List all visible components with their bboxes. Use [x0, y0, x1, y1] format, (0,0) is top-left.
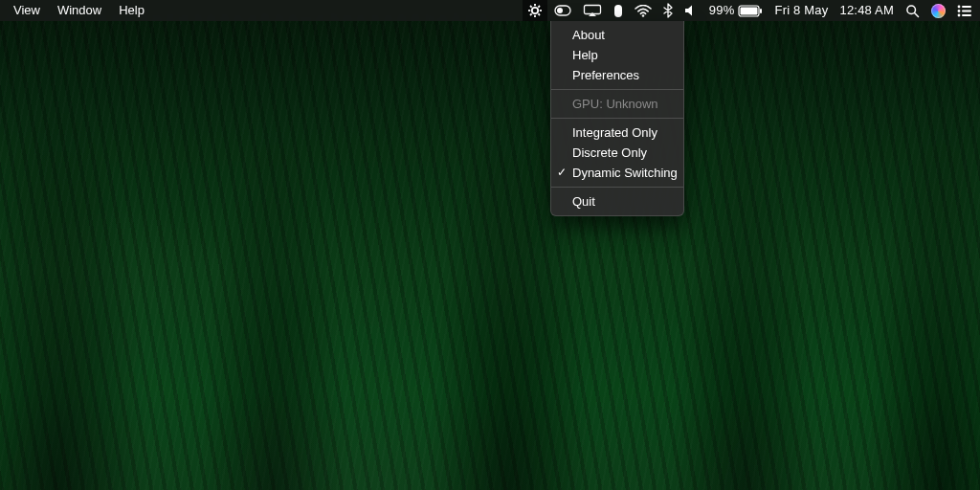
menu-extra-app[interactable] [554, 0, 571, 21]
svg-rect-18 [760, 9, 762, 13]
gear-icon [527, 3, 543, 18]
menu-bar: View Window Help [0, 0, 980, 21]
menu-bar-left: View Window Help [13, 0, 145, 21]
gfxcard-dropdown: About Help Preferences GPU: Unknown Inte… [550, 21, 684, 216]
svg-rect-13 [614, 5, 622, 17]
menu-extra-spotlight[interactable] [905, 0, 920, 21]
wifi-icon [635, 5, 652, 17]
menu-window[interactable]: Window [57, 0, 101, 21]
svg-line-5 [530, 6, 532, 8]
dropdown-separator [551, 187, 683, 188]
volume-icon [684, 4, 698, 17]
dropdown-item-discrete-only[interactable]: Discrete Only [551, 143, 683, 163]
search-icon [905, 4, 920, 18]
svg-line-6 [538, 13, 540, 15]
mouse-icon [613, 4, 623, 18]
svg-rect-22 [962, 6, 971, 8]
menu-extra-display[interactable] [583, 0, 602, 21]
dropdown-item-quit[interactable]: Quit [551, 191, 683, 212]
menu-view[interactable]: View [13, 0, 40, 21]
dropdown-item-preferences[interactable]: Preferences [551, 65, 683, 85]
dropdown-separator [551, 118, 683, 119]
battery-icon [738, 5, 763, 17]
app-pill-icon [554, 4, 571, 17]
airplay-icon [583, 4, 602, 17]
dropdown-item-help[interactable]: Help [551, 45, 683, 65]
bluetooth-icon [663, 3, 673, 18]
svg-rect-26 [962, 14, 971, 16]
svg-point-10 [557, 8, 563, 13]
menu-extra-siri[interactable] [931, 0, 946, 21]
svg-point-21 [958, 5, 961, 8]
svg-marker-15 [685, 6, 692, 16]
dropdown-item-about[interactable]: About [551, 25, 683, 45]
svg-line-7 [538, 6, 540, 8]
svg-line-20 [915, 12, 919, 16]
check-icon: ✓ [557, 165, 567, 181]
svg-rect-17 [741, 7, 758, 14]
menu-bar-right: 99% Fri 8 May 12:48 AM [527, 0, 972, 21]
dropdown-item-integrated-only[interactable]: Integrated Only [551, 122, 683, 143]
menu-extra-mouse[interactable] [613, 0, 623, 21]
svg-point-0 [532, 8, 538, 13]
menu-extra-notification-center[interactable] [957, 0, 972, 21]
menu-extra-battery[interactable]: 99% [709, 0, 764, 21]
menu-extra-bluetooth[interactable] [663, 0, 673, 21]
menu-extra-date[interactable]: Fri 8 May [774, 0, 828, 21]
menu-extra-wifi[interactable] [635, 0, 652, 21]
svg-rect-24 [962, 10, 971, 11]
dropdown-item-dynamic-switching[interactable]: ✓ Dynamic Switching [551, 163, 683, 183]
dropdown-separator [551, 89, 683, 90]
battery-percent-text: 99% [709, 0, 735, 21]
svg-point-25 [958, 13, 961, 16]
menu-extra-gfxcard[interactable] [523, 0, 547, 21]
svg-line-8 [530, 13, 532, 15]
svg-point-14 [642, 14, 645, 17]
svg-point-23 [958, 10, 961, 12]
siri-icon [931, 4, 946, 18]
desktop-wallpaper [0, 0, 980, 490]
menu-extra-volume[interactable] [684, 0, 698, 21]
menu-help[interactable]: Help [119, 0, 145, 21]
dropdown-item-gpu-status: GPU: Unknown [551, 94, 683, 114]
menu-extra-time[interactable]: 12:48 AM [839, 0, 894, 21]
dropdown-item-label: Dynamic Switching [572, 166, 678, 180]
list-icon [957, 5, 972, 17]
